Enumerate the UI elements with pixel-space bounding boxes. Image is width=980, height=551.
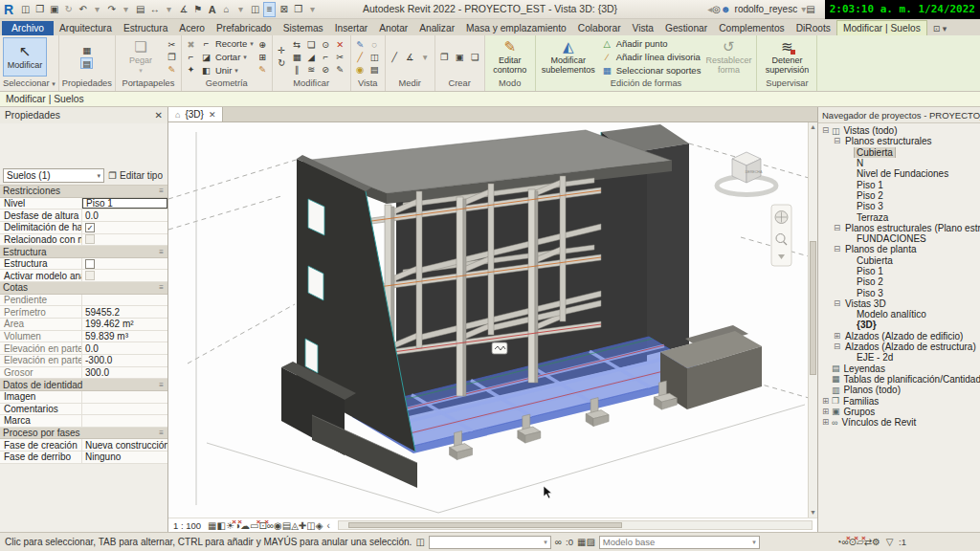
modify-subelements-button[interactable]: ◭ Modificar subelementos	[539, 37, 598, 77]
gear-icon[interactable]: ⚙	[872, 537, 880, 547]
detail-level-icon[interactable]: ▦	[208, 520, 216, 531]
browser-tree-item[interactable]: Nivel de Fundaciones	[818, 168, 980, 179]
workset-combobox[interactable]: ▾	[429, 536, 551, 549]
sync-with-central-icon[interactable]: ↻	[62, 3, 75, 16]
ribbon-tab[interactable]: Analizar	[413, 21, 460, 35]
switch-windows-icon[interactable]: ❐	[292, 3, 304, 16]
property-value[interactable]: 0.0	[82, 342, 167, 354]
temporary-view-properties-icon[interactable]: ▤	[282, 520, 291, 531]
tree-expand-icon[interactable]: ⊟	[833, 137, 841, 145]
tree-expand-icon[interactable]: ⊟	[833, 342, 841, 351]
measure-line-icon[interactable]: ╱	[389, 52, 401, 63]
apply-coping-icon[interactable]: ⌐	[185, 52, 197, 63]
close-inactive-windows-icon[interactable]: ⊠	[278, 3, 290, 16]
browser-tree-item[interactable]: ⊟◫Vistas (todo)	[818, 125, 980, 136]
worksharing-display-icon[interactable]: ◫	[306, 520, 315, 531]
reveal-elements-icon[interactable]: ◉	[354, 64, 367, 76]
property-value[interactable]	[82, 295, 167, 306]
copy-to-clipboard-icon[interactable]: ❐	[166, 52, 178, 63]
property-value[interactable]: 59455.2	[82, 306, 167, 318]
vertical-scroll-thumb[interactable]	[810, 241, 816, 375]
panel-label-edicion-de-formas[interactable]: Edición de formas	[536, 78, 757, 91]
redo-icon[interactable]: ↷	[105, 3, 118, 16]
property-value[interactable]: Nueva construcción	[82, 439, 167, 451]
ribbon-tab[interactable]: Arquitectura	[54, 21, 118, 35]
tree-expand-icon[interactable]: ⊞	[821, 397, 830, 406]
copy-icon[interactable]: ❏	[305, 39, 318, 51]
tree-expand-icon[interactable]: ⊞	[821, 418, 830, 427]
design-options-icon[interactable]: ▦	[577, 537, 586, 547]
cut-geometry-icon[interactable]: ✖	[185, 39, 197, 51]
ribbon-tab[interactable]: Anotar	[373, 21, 413, 35]
browser-tree-item[interactable]: ⊞▣Grupos	[818, 407, 980, 417]
modify-button[interactable]: ↖ Modificar	[3, 37, 47, 77]
unpin-icon[interactable]: ⊘	[320, 64, 332, 76]
temporary-hide-isolate-icon[interactable]: ∞	[267, 520, 274, 531]
navigation-bar[interactable]	[771, 205, 791, 266]
browser-tree-item[interactable]: ⊞∞Vínculos de Revit	[818, 417, 980, 428]
override-graphics-icon[interactable]: ✎	[354, 39, 367, 51]
property-value[interactable]: 300.0	[82, 367, 167, 379]
property-value[interactable]: Piso 1	[82, 198, 167, 209]
tree-expand-icon[interactable]: ⊞	[821, 408, 830, 416]
move-icon[interactable]: ✛	[276, 45, 288, 56]
user-avatar-icon[interactable]: ☻	[721, 4, 731, 14]
property-value[interactable]	[82, 391, 167, 403]
scroll-down-icon[interactable]: ▼	[809, 508, 817, 518]
scale-button[interactable]: 1 : 100	[173, 520, 201, 531]
ribbon-tab[interactable]: Acero	[173, 21, 211, 35]
property-value[interactable]: 59.839 m³	[82, 331, 167, 342]
paste-button[interactable]: ❏ Pegar ▾	[119, 37, 163, 77]
rendering-dialog-icon[interactable]: ☁	[240, 520, 250, 531]
browser-tree-item[interactable]: ▦Tablas de planificación/Cantidades (tod…	[818, 374, 980, 385]
ribbon-display-toggle-icon[interactable]: ⊡ ▾	[927, 22, 953, 35]
browser-tree-item[interactable]: Piso 3	[818, 201, 980, 211]
ribbon-tab[interactable]: Colaborar	[572, 21, 627, 35]
ribbon-tab[interactable]: Gestionar	[659, 21, 713, 35]
browser-tree-item[interactable]: EJE - 2d	[818, 352, 980, 363]
browser-tree-item[interactable]: Piso 1	[818, 179, 980, 189]
tree-expand-icon[interactable]: ⊟	[833, 224, 841, 232]
section-collapse-icon[interactable]: ≡	[159, 248, 167, 256]
browser-tree-item[interactable]: ⊞❐Familias	[818, 395, 980, 406]
app-store-cart-icon[interactable]: ▤	[806, 4, 814, 14]
create-similar-icon[interactable]: ❏	[469, 52, 481, 63]
panel-label-medir[interactable]: Medir	[386, 78, 434, 91]
browser-tree-item[interactable]: ⊞Alzados (Alzado de edificio)	[818, 331, 980, 342]
split-icon[interactable]: ✂	[334, 52, 346, 63]
browser-tree-item[interactable]: Piso 1	[818, 266, 980, 276]
stop-monitoring-button[interactable]: ≋ Detener supervisión	[760, 37, 813, 77]
scale-icon[interactable]: ◢	[305, 52, 318, 63]
visual-style-icon[interactable]: ◧	[217, 520, 226, 531]
panel-label-supervisar[interactable]: Supervisar	[757, 78, 816, 91]
measure-dropdown-icon[interactable]: ▾	[419, 52, 432, 63]
select-links-icon[interactable]: ∞	[841, 537, 848, 547]
text-icon[interactable]: A	[206, 3, 218, 16]
panel-label-geometria[interactable]: Geometría	[182, 78, 272, 91]
thin-lines-icon[interactable]: ≡	[263, 2, 276, 17]
property-value[interactable]: 199.462 m²	[82, 319, 167, 330]
revit-logo[interactable]: R	[4, 3, 13, 16]
browser-tree-item[interactable]: ▥Planos (todo)	[818, 385, 980, 395]
redo-dropdown-icon[interactable]: ▾	[120, 3, 132, 16]
pick-supports-button[interactable]: ▦Seleccionar soportes	[601, 64, 702, 77]
tree-expand-icon[interactable]: ⊟	[833, 299, 841, 308]
match-type-icon[interactable]: ✎	[166, 64, 178, 76]
properties-palette-icon[interactable]: ▤	[80, 57, 93, 69]
design-options-combobox[interactable]: Modelo base ▾	[599, 536, 760, 549]
trim-icon[interactable]: ⌐	[320, 52, 332, 63]
reveal-hidden-elements-icon[interactable]: ◉	[274, 520, 282, 531]
cut-icon[interactable]: ✂	[166, 39, 178, 51]
aligned-dimension-icon[interactable]: ∡	[177, 3, 189, 16]
property-section-header[interactable]: Restricciones≡	[0, 186, 167, 198]
add-point-button[interactable]: △Añadir punto	[601, 37, 702, 50]
ribbon-tab[interactable]: Complementos	[713, 21, 791, 35]
analytical-model-icon[interactable]: ◬	[291, 520, 299, 531]
browser-tree-item[interactable]: Cubierta	[818, 147, 980, 158]
ribbon-tab[interactable]: Insertar	[329, 21, 374, 35]
section-icon[interactable]: ◫	[249, 3, 261, 16]
view-cube[interactable]: DERECHA	[717, 152, 776, 195]
horizontal-scrollbar[interactable]	[338, 520, 813, 530]
browser-tree-item[interactable]: FUNDACIONES	[818, 233, 980, 244]
browser-tree-item[interactable]: ⊟Planos de planta	[818, 244, 980, 254]
